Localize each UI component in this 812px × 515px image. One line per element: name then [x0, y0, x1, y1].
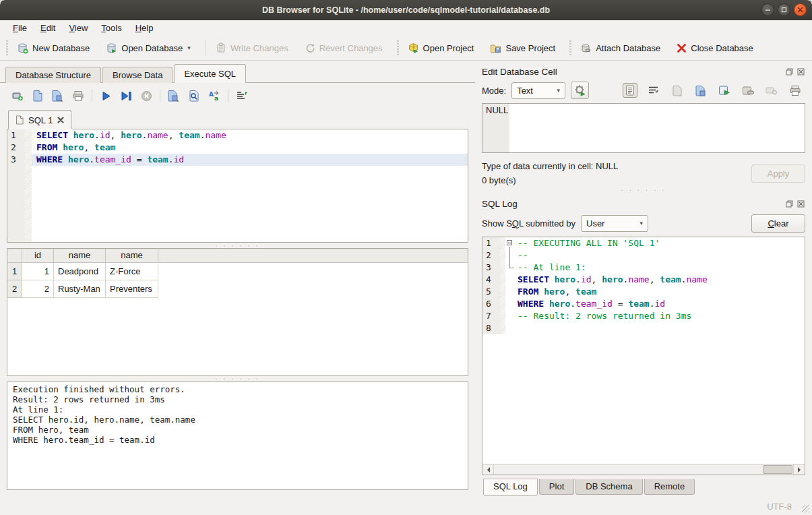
menu-help[interactable]: Help: [129, 22, 160, 34]
close-tab-icon[interactable]: [57, 117, 64, 123]
menu-file[interactable]: File: [7, 22, 33, 34]
tab-browse-data[interactable]: Browse Data: [102, 67, 173, 83]
apply-button[interactable]: Apply: [751, 164, 805, 183]
open-project-button[interactable]: Open Project: [402, 40, 480, 57]
toolbar-drag-handle[interactable]: [568, 40, 573, 55]
sql-log-view[interactable]: 1-- EXECUTING ALL IN 'SQL 1'2--3-- At li…: [482, 237, 805, 475]
open-database-dropdown-caret[interactable]: ▾: [187, 44, 191, 51]
log-horizontal-scrollbar[interactable]: [482, 464, 805, 475]
close-database-button[interactable]: Close Database: [671, 40, 759, 56]
menu-edit[interactable]: Edit: [34, 22, 61, 34]
print-cell-icon[interactable]: [788, 83, 803, 98]
menu-tools[interactable]: Tools: [95, 22, 127, 34]
code-line[interactable]: 2FROM hero, team: [7, 142, 468, 154]
code-line[interactable]: 3WHERE hero.team_id = team.id: [7, 154, 468, 166]
status-bar: UTF-8: [0, 498, 812, 515]
find-in-sql-icon[interactable]: [187, 89, 201, 102]
close-panel-icon[interactable]: [797, 200, 805, 208]
column-header[interactable]: id: [22, 249, 54, 262]
results-output-splitter[interactable]: · · · · · ·: [7, 376, 468, 382]
table-cell[interactable]: Preventers: [106, 280, 158, 298]
toolbar-drag-handle[interactable]: [396, 40, 400, 55]
table-cell[interactable]: Deadpond: [54, 263, 106, 280]
export-results-icon[interactable]: [167, 89, 181, 102]
results-corner-cell[interactable]: [7, 249, 22, 262]
scroll-right-icon[interactable]: [793, 464, 805, 475]
open-database-button[interactable]: Open Database ▾: [100, 40, 196, 57]
line-number: 5: [482, 286, 500, 298]
log-text: -- Result: 2 rows returned in 3ms: [515, 310, 805, 322]
scroll-left-icon[interactable]: [482, 464, 494, 475]
tab-plot[interactable]: Plot: [539, 479, 574, 495]
encoding-indicator[interactable]: UTF-8: [767, 502, 792, 512]
save-sql-file-icon[interactable]: [51, 89, 65, 102]
maximize-button[interactable]: [778, 3, 790, 16]
fold-marker-icon[interactable]: [505, 237, 515, 249]
execution-output[interactable]: Execution finished without errors. Resul…: [7, 382, 468, 490]
log-text: [515, 322, 805, 334]
float-panel-icon[interactable]: [785, 200, 794, 208]
print-sql-icon[interactable]: [71, 89, 85, 102]
sql-editor[interactable]: 1SELECT hero.id, hero.name, team.name2FR…: [7, 129, 468, 243]
table-cell[interactable]: 1: [22, 263, 54, 280]
export-cell-data-icon[interactable]: [717, 83, 732, 98]
table-row[interactable]: 22Rusty-ManPreventers: [7, 280, 468, 298]
row-header[interactable]: 2: [7, 280, 22, 298]
resize-grip-icon[interactable]: [802, 505, 810, 513]
column-header[interactable]: name: [106, 249, 158, 262]
table-cell[interactable]: 2: [22, 280, 54, 298]
open-sql-file-icon[interactable]: [31, 89, 44, 102]
new-database-button[interactable]: New Database: [11, 40, 95, 57]
scrollbar-track[interactable]: [494, 464, 793, 475]
float-panel-icon[interactable]: [785, 67, 794, 76]
sql-1-tab[interactable]: SQL 1: [8, 110, 71, 129]
format-sql-icon[interactable]: [235, 89, 249, 102]
close-panel-icon[interactable]: [797, 67, 805, 76]
attach-database-button[interactable]: Attach Database: [575, 40, 666, 57]
titlebar[interactable]: DB Browser for SQLite - /home/user/code/…: [0, 0, 812, 20]
stop-execution-icon[interactable]: [139, 89, 153, 102]
tab-db-schema[interactable]: DB Schema: [575, 479, 642, 495]
tab-execute-sql[interactable]: Execute SQL: [174, 64, 246, 83]
tab-sql-log[interactable]: SQL Log: [483, 479, 538, 496]
table-cell[interactable]: Rusty-Man: [54, 280, 106, 298]
mode-select[interactable]: Text ▾: [511, 82, 565, 99]
tab-database-structure[interactable]: Database Structure: [5, 67, 101, 83]
open-external-icon[interactable]: [741, 83, 755, 98]
execute-current-line-icon[interactable]: [119, 89, 133, 102]
import-cell-data-icon[interactable]: [693, 83, 708, 98]
code-line[interactable]: 1SELECT hero.id, hero.name, team.name: [7, 129, 468, 142]
row-header[interactable]: 1: [7, 263, 22, 280]
cell-log-splitter[interactable]: · · · · · ·: [482, 187, 805, 193]
cell-value-editor[interactable]: NULL: [482, 103, 805, 153]
revert-changes-button[interactable]: Revert Changes: [299, 40, 388, 56]
save-cell-icon[interactable]: [670, 83, 685, 98]
tab-remote[interactable]: Remote: [644, 479, 695, 495]
execute-all-icon[interactable]: [99, 89, 113, 102]
find-replace-icon[interactable]: Aa: [208, 89, 221, 102]
scrollbar-thumb[interactable]: [763, 465, 792, 474]
column-header[interactable]: name: [54, 249, 106, 262]
mode-select-value: Text: [517, 86, 533, 96]
results-grid[interactable]: idnamename11DeadpondZ-Force22Rusty-ManPr…: [7, 248, 468, 376]
log-line: 4SELECT hero.id, hero.name, team.name: [482, 274, 805, 286]
auto-apply-button[interactable]: [571, 82, 589, 99]
log-filter-select[interactable]: User ▾: [581, 215, 648, 232]
save-project-button[interactable]: Save Project: [485, 40, 561, 57]
text-mode-icon[interactable]: [623, 83, 637, 98]
new-sql-tab-icon[interactable]: [11, 89, 24, 102]
menu-view[interactable]: View: [63, 22, 94, 34]
log-line: 3-- At line 1:: [482, 262, 805, 274]
open-database-label: Open Database: [121, 43, 183, 53]
close-button[interactable]: [794, 3, 807, 16]
clear-log-button[interactable]: Clear: [751, 214, 805, 233]
editor-results-splitter[interactable]: · · · · · ·: [7, 243, 468, 248]
table-cell[interactable]: Z-Force: [106, 263, 158, 280]
word-wrap-icon[interactable]: [646, 83, 661, 98]
minimize-button[interactable]: [761, 3, 774, 16]
table-row[interactable]: 11DeadpondZ-Force: [7, 263, 468, 280]
set-null-icon[interactable]: [764, 83, 779, 98]
cell-edit-area[interactable]: [509, 104, 805, 152]
write-changes-button[interactable]: Write Changes: [210, 40, 294, 56]
toolbar-drag-handle[interactable]: [5, 40, 9, 55]
